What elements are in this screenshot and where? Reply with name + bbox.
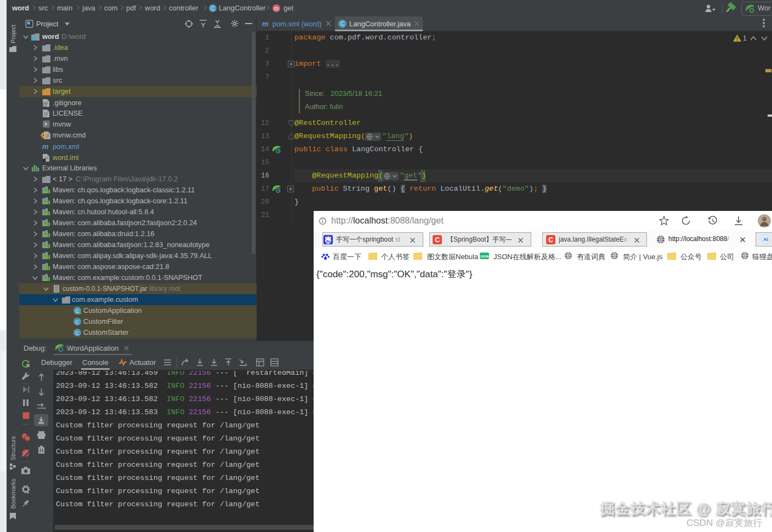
svg-text:JSON: JSON [480, 255, 489, 258]
svg-text:C: C [340, 21, 344, 27]
svg-text:m: m [274, 5, 279, 12]
svg-text:Ai: Ai [763, 237, 768, 242]
svg-text:du: du [326, 239, 331, 244]
svg-text:C: C [76, 319, 80, 325]
svg-text:C: C [76, 330, 80, 336]
svg-text:C: C [548, 236, 553, 244]
svg-text:C: C [76, 308, 80, 314]
svg-text:C: C [435, 236, 440, 244]
svg-text:C: C [211, 5, 214, 12]
